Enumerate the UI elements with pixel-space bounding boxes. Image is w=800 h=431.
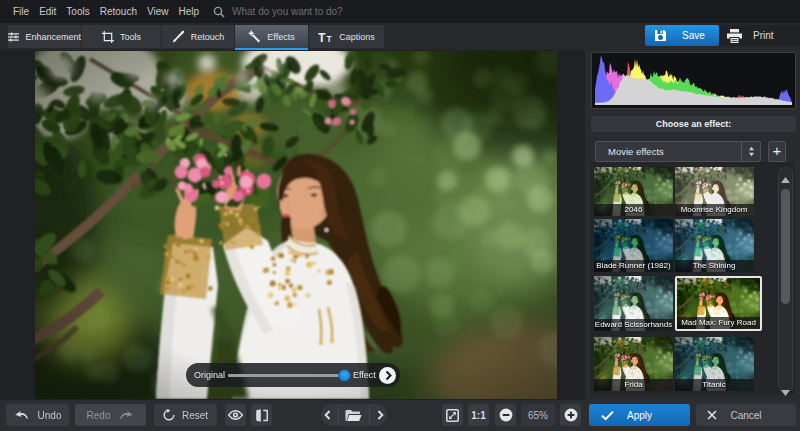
svg-text:T: T [318,31,326,43]
svg-text:T: T [327,33,333,42]
